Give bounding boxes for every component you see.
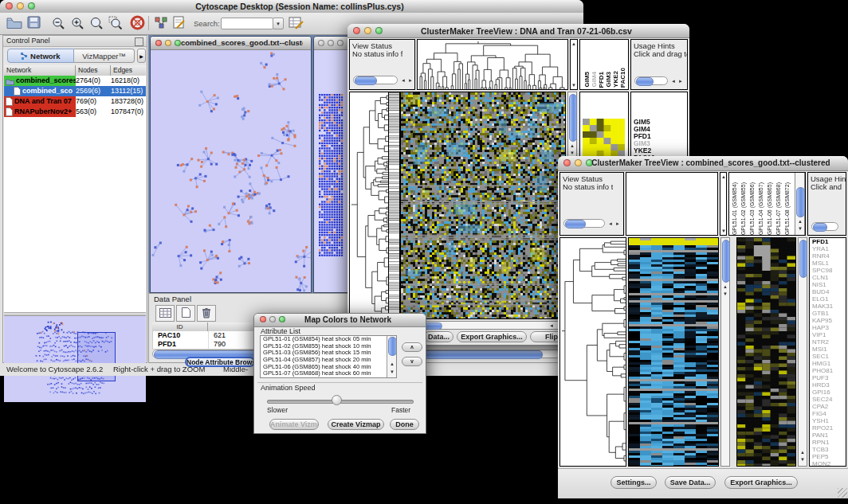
zoom-out-icon[interactable] [51,16,66,33]
scroll-right-icon[interactable]: ► [615,221,620,226]
heatmap-column-label[interactable]: GPL51-01 (GSM854) [732,182,737,235]
gene-label[interactable]: HAP3 [810,324,846,331]
move-down-button[interactable]: v [402,357,422,366]
network-name[interactable]: RNAPuberNov2+ [4,107,76,117]
network-name[interactable]: DNA and Tran 07 [4,96,76,107]
heatmap-column-label[interactable]: GIM5 [583,72,591,88]
zoom-selected-icon[interactable] [108,16,124,33]
table-grid-icon[interactable] [155,305,175,322]
create-vizmap-button[interactable]: Create Vizmap [328,419,384,430]
zoom-window-icon[interactable] [337,40,344,46]
scroll-up-icon[interactable]: ▲ [723,284,728,289]
scroll-up-icon[interactable]: ▲ [390,361,395,366]
gene-label[interactable]: MSI1 [810,346,846,353]
network-canvas-2[interactable] [318,92,345,260]
scroll-up-icon[interactable]: ▲ [570,143,575,148]
network-list-row[interactable]: combined_sco2569(6)13112(15) [4,86,146,96]
heatmap-column-label[interactable]: GPL51-06 (GSM865) [767,182,772,235]
gene-label[interactable]: NIS1 [810,281,846,288]
float-panel-icon[interactable] [135,37,143,46]
tv2-vscrollbar[interactable]: ▲ ▼ [720,237,730,467]
data-col-id[interactable]: ID [152,322,208,331]
animate-vizmap-button[interactable]: Animate Vizmap [269,419,319,430]
heatmap-column-label[interactable]: GPL51-03 (GSM856) [749,182,755,235]
save-data-button[interactable]: Data... [424,331,453,342]
scroll-up-icon[interactable]: ▲ [798,219,803,224]
export-graphics-button[interactable]: Export Graphics... [457,331,527,342]
new-page-icon[interactable] [176,305,195,322]
network-name[interactable]: combined_scores [4,76,76,86]
scroll-down-icon[interactable]: ▼ [390,369,395,374]
heatmap-column-label[interactable]: GIM4 [591,72,598,88]
gene-label[interactable]: TCB3 [810,446,846,453]
annotation-icon[interactable] [172,15,186,33]
heatmap-column-label[interactable]: GPL51-02 (GSM855) [740,182,746,235]
scroll-right-icon[interactable]: ► [678,79,683,84]
save-icon[interactable] [27,16,41,33]
network-name[interactable]: combined_sco [4,86,76,96]
zoom-in-icon[interactable] [70,16,85,33]
top-dendrogram-canvas[interactable] [418,40,567,89]
help-ring-icon[interactable] [130,15,145,33]
minimize-icon[interactable] [328,40,334,46]
scroll-left-icon[interactable]: ◄ [671,79,676,84]
minimize-icon[interactable] [269,316,276,322]
heatmap-column-label[interactable]: GPL51-04 (GSM857) [758,182,764,235]
main-title-bar[interactable]: Cytoscape Desktop (Session Name: collins… [0,0,583,14]
gene-label[interactable]: BUD4 [810,288,846,295]
col-nodes[interactable]: Nodes [76,65,111,76]
done-button[interactable]: Done [390,419,419,430]
minimize-icon[interactable] [364,27,371,34]
gene-label[interactable]: CPA2 [810,403,846,410]
gene-label[interactable]: HMG1 [810,360,846,367]
tv2-top-dendrogram-panel[interactable] [626,172,718,236]
gene-label[interactable]: YRA1 [810,245,846,252]
view-status-scrollbar[interactable] [353,76,398,84]
heatmap-column-label[interactable]: GPL51-07 (GSM868) [775,182,781,235]
gene-label[interactable]: MAK31 [810,303,846,310]
minimize-icon[interactable] [575,159,582,166]
close-icon[interactable] [318,40,324,46]
scroll-left-icon[interactable]: ◄ [401,78,406,83]
dialog-title-bar[interactable]: Map Colors to Network [254,314,426,327]
close-icon[interactable] [155,40,162,46]
node-attribute-browser-tab[interactable]: Node Attribute Brows [185,357,255,367]
usage-hints-scrollbar[interactable] [811,222,838,231]
gene-label[interactable]: VIP1 [810,331,846,338]
attribute-listbox[interactable]: GPL51-01 (GSM854) heat shock 05 minGPL51… [260,335,397,378]
zoom-fit-icon[interactable] [89,16,104,33]
gene-label[interactable]: PEP5 [810,453,846,460]
save-data-button[interactable]: Save Data... [665,476,716,489]
close-icon[interactable] [6,2,13,10]
search-input[interactable] [221,18,273,29]
row-dendrogram-canvas[interactable] [350,92,388,318]
gene-label[interactable]: RPO21 [810,424,846,432]
network-overview-panel[interactable] [4,316,146,402]
scroll-down-icon[interactable]: ▼ [723,291,728,296]
gene-label[interactable]: KAP95 [810,317,846,324]
slider-thumb[interactable] [332,395,342,405]
attribute-list-item[interactable]: GPL51-07 (GSM868) heat shock 60 min [261,370,387,377]
open-folder-icon[interactable] [6,16,22,33]
tv1-scroll-strip[interactable]: ▲▼ [570,39,578,90]
close-icon[interactable] [260,316,266,322]
scroll-down-icon[interactable]: ▼ [800,457,805,462]
scroll-down-icon[interactable]: ▼ [798,226,803,231]
network-list-row[interactable]: DNA and Tran 07769(0)183728(0) [4,96,146,107]
row-dendrogram-canvas[interactable] [560,238,626,466]
gene-label[interactable]: RNR4 [810,252,846,260]
gene-label[interactable]: ELG1 [810,295,846,303]
treeview2-title-bar[interactable]: ClusterMaker TreeView : combined_scores_… [558,156,848,171]
usage-hints-scrollbar[interactable] [634,76,668,85]
network-list-row[interactable]: RNAPuberNov2+563(0)107847(0) [4,107,146,117]
heatmap-canvas[interactable] [629,238,718,466]
scroll-down-icon[interactable]: ▼ [570,150,575,155]
network-list-row[interactable]: combined_scores2764(0)16218(0) [4,76,146,86]
gene-label[interactable]: SEC24 [810,396,846,403]
gene-label[interactable]: FIG4 [810,410,846,417]
gene-label[interactable]: PHO81 [810,367,846,374]
tab-vizmapper[interactable]: VizMapper™ [74,49,135,63]
row-strip-canvas[interactable] [389,92,400,318]
gene-label[interactable]: MON2 [810,460,846,467]
trash-icon[interactable] [197,305,216,322]
